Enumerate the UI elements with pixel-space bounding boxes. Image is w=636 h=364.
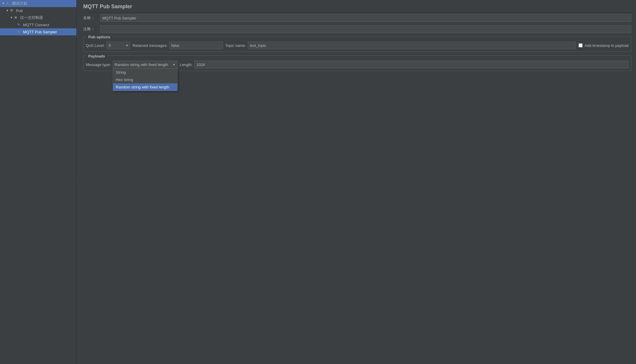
main-content: MQTT Pub Sampler 名称： 注释： Pub options QoS… bbox=[78, 0, 636, 364]
gear-icon: ⚙ bbox=[10, 8, 15, 13]
retained-input[interactable] bbox=[169, 42, 223, 49]
pub-options-content: QoS Level: 0 1 2 ▼ Retained messages: bbox=[83, 42, 631, 52]
sidebar-item-test-plan[interactable]: ▼ ⚠ 测试计划 bbox=[0, 0, 76, 7]
payloads-content: Message type: Random string with fixed l… bbox=[83, 61, 631, 71]
sidebar-item-label: MQTT Connect bbox=[23, 23, 49, 27]
sidebar-item-controller[interactable]: ▼ ▣ 仅一次控制器 bbox=[0, 14, 76, 21]
qos-select[interactable]: 0 1 2 bbox=[106, 42, 130, 49]
connect-icon: ✎ bbox=[17, 22, 22, 27]
pub-options-section: Pub options QoS Level: 0 1 2 ▼ bbox=[83, 37, 631, 52]
qos-label: QoS Level: bbox=[86, 43, 105, 48]
length-input[interactable] bbox=[194, 61, 629, 68]
payloads-title: Payloads bbox=[86, 53, 107, 60]
tree-arrow-pub: ▼ bbox=[6, 9, 9, 12]
pub-options-title: Pub options bbox=[86, 34, 113, 40]
sidebar-item-label: 测试计划 bbox=[12, 1, 27, 6]
dropdown-item-string[interactable]: String bbox=[113, 69, 177, 76]
warning-icon: ⚠ bbox=[6, 1, 11, 6]
message-type-dropdown-btn[interactable]: Random string with fixed length ▼ bbox=[113, 61, 178, 68]
comment-label: 注释： bbox=[83, 27, 98, 32]
name-row: 名称： bbox=[78, 12, 636, 24]
dropdown-arrow-icon: ▼ bbox=[173, 63, 176, 66]
sidebar-item-label: Pub bbox=[16, 9, 23, 13]
retained-group: Retained messages: bbox=[132, 42, 223, 49]
topic-label: Topic name: bbox=[225, 43, 246, 48]
length-group: Length: bbox=[180, 61, 629, 68]
timestamp-checkbox-group: Add timestamp in payload bbox=[578, 43, 629, 48]
length-label: Length: bbox=[180, 62, 193, 67]
panel-title: MQTT Pub Sampler bbox=[78, 0, 636, 12]
pub-options-row: QoS Level: 0 1 2 ▼ Retained messages: bbox=[86, 42, 629, 49]
controller-icon: ▣ bbox=[14, 15, 19, 20]
timestamp-label[interactable]: Add timestamp in payload bbox=[584, 43, 629, 48]
message-type-selected-text: Random string with fixed length bbox=[115, 62, 168, 67]
message-type-label: Message type: bbox=[86, 62, 111, 67]
sidebar: ▼ ⚠ 测试计划 ▼ ⚙ Pub ▼ ▣ 仅一次控制器 ✎ MQTT Conne… bbox=[0, 0, 77, 364]
payloads-section: Payloads Message type: Random string wit… bbox=[83, 55, 631, 71]
qos-group: QoS Level: 0 1 2 ▼ bbox=[86, 42, 130, 49]
sidebar-item-mqtt-pub-sampler[interactable]: ✎ MQTT Pub Sampler bbox=[0, 28, 76, 35]
message-type-group: Message type: Random string with fixed l… bbox=[86, 61, 178, 68]
dropdown-item-hex-string[interactable]: Hex string bbox=[113, 76, 177, 83]
sidebar-item-label: MQTT Pub Sampler bbox=[23, 30, 57, 34]
payloads-row: Message type: Random string with fixed l… bbox=[86, 61, 629, 68]
comment-input[interactable] bbox=[100, 25, 631, 33]
sidebar-item-pub[interactable]: ▼ ⚙ Pub bbox=[0, 7, 76, 14]
tree-arrow-controller: ▼ bbox=[10, 16, 14, 19]
dropdown-item-random-string[interactable]: Random string with fixed length bbox=[113, 83, 177, 91]
name-label: 名称： bbox=[83, 15, 98, 21]
message-type-dropdown-list: String Hex string Random string with fix… bbox=[113, 68, 178, 91]
sampler-icon: ✎ bbox=[17, 29, 22, 34]
topic-input[interactable] bbox=[248, 42, 576, 49]
retained-label: Retained messages: bbox=[132, 43, 168, 48]
qos-select-wrapper: 0 1 2 ▼ bbox=[106, 42, 130, 49]
topic-group: Topic name: bbox=[225, 42, 576, 49]
tree-arrow-test-plan: ▼ bbox=[2, 2, 5, 5]
sidebar-item-label: 仅一次控制器 bbox=[20, 15, 43, 20]
timestamp-checkbox[interactable] bbox=[578, 43, 583, 47]
message-type-select-container: Random string with fixed length ▼ String… bbox=[113, 61, 178, 68]
sidebar-item-mqtt-connect[interactable]: ✎ MQTT Connect bbox=[0, 21, 76, 28]
comment-row: 注释： bbox=[78, 24, 636, 35]
name-input[interactable] bbox=[100, 14, 631, 22]
